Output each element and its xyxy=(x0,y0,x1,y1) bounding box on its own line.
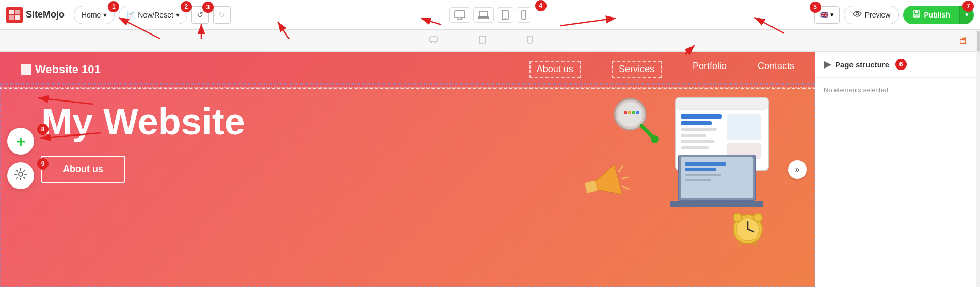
annotation-6: 6 xyxy=(895,59,907,70)
chevron-right-icon: » xyxy=(795,165,800,174)
svg-rect-27 xyxy=(628,111,631,114)
svg-rect-9 xyxy=(478,17,489,19)
hero-cta-label: About us xyxy=(63,164,103,174)
new-reset-icon: 📄 xyxy=(126,11,135,19)
scroll-right-button[interactable]: » xyxy=(788,160,807,179)
nav-link-about[interactable]: About us xyxy=(529,61,581,78)
svg-rect-21 xyxy=(479,36,486,43)
undo-button[interactable]: ↺ 3 xyxy=(191,6,209,24)
publish-button[interactable]: Publish xyxy=(903,6,959,24)
publish-chevron-icon: ▾ xyxy=(965,11,969,19)
svg-rect-4 xyxy=(455,11,465,18)
svg-rect-50 xyxy=(685,168,716,171)
svg-rect-26 xyxy=(624,111,627,114)
laptop-icon xyxy=(670,155,763,211)
hero-cta-button[interactable]: About us xyxy=(41,156,125,183)
page-selector-button[interactable]: Home ▾ 1 xyxy=(74,6,115,24)
tablet-device-btn[interactable] xyxy=(497,7,513,23)
nav-link-contacts[interactable]: Contacts xyxy=(758,61,794,78)
svg-point-11 xyxy=(505,18,506,19)
panel-header: ▶ Page structure 6 xyxy=(815,52,980,78)
hero-illustration xyxy=(577,93,774,247)
svg-rect-17 xyxy=(914,14,919,16)
svg-rect-49 xyxy=(685,162,726,166)
undo-icon: ↺ xyxy=(197,10,203,20)
app-name: SiteMojo xyxy=(26,9,65,20)
panel-scrollbar[interactable] xyxy=(976,52,980,287)
settings-button[interactable]: 9 xyxy=(7,162,34,189)
device-selector-group: 4 xyxy=(449,7,531,23)
language-chevron: ▾ xyxy=(830,11,834,19)
svg-rect-39 xyxy=(681,146,709,149)
toolbar: SiteMojo Home ▾ 1 📄 New/Reset ▾ 2 ↺ 3 ↻ xyxy=(0,0,980,30)
publish-save-icon xyxy=(912,10,921,20)
svg-rect-40 xyxy=(727,114,761,140)
svg-point-23 xyxy=(19,172,23,176)
svg-rect-34 xyxy=(681,114,722,119)
annotation-4: 4 xyxy=(535,0,547,11)
svg-rect-51 xyxy=(685,174,721,176)
svg-point-58 xyxy=(733,213,742,222)
new-reset-button[interactable]: 📄 New/Reset ▾ 2 xyxy=(119,6,187,24)
publish-dropdown-button[interactable]: ▾ xyxy=(959,6,974,24)
alarm-clock-icon xyxy=(727,206,768,247)
svg-point-31 xyxy=(651,135,659,143)
site-logo-text: Website 101 xyxy=(35,63,101,76)
laptop-device-btn[interactable] xyxy=(473,7,494,23)
site-logo: Website 101 xyxy=(21,63,101,76)
nav-link-services[interactable]: Services xyxy=(612,61,662,78)
svg-rect-36 xyxy=(681,128,717,131)
gear-icon xyxy=(14,167,27,184)
svg-point-13 xyxy=(523,17,524,18)
svg-rect-22 xyxy=(528,36,532,43)
panel-title: Page structure xyxy=(835,60,889,69)
viewport-markers xyxy=(8,36,953,45)
new-reset-label: New/Reset xyxy=(138,11,173,19)
site-nav-links: About us Services Portfolio Contacts xyxy=(529,61,794,78)
svg-rect-28 xyxy=(632,111,635,114)
sub-toolbar: 🖥 xyxy=(0,30,980,52)
app-logo-icon xyxy=(6,7,23,23)
add-block-button[interactable]: + 8 xyxy=(7,128,34,155)
viewport-marker-1 xyxy=(429,36,438,45)
svg-rect-0 xyxy=(9,10,14,14)
svg-line-61 xyxy=(754,242,756,245)
new-reset-chevron: ▾ xyxy=(176,11,180,19)
svg-line-44 xyxy=(618,166,624,171)
annotation-5: 5 xyxy=(810,2,821,13)
svg-rect-35 xyxy=(681,121,712,125)
language-button[interactable]: 🇬🇧 ▾ 5 xyxy=(814,6,840,24)
svg-rect-8 xyxy=(479,11,488,17)
nav-link-portfolio[interactable]: Portfolio xyxy=(693,61,727,78)
no-selection-message: No elements selected. xyxy=(824,86,890,94)
site-nav: Website 101 About us Services Portfolio … xyxy=(0,52,815,88)
active-device-icon: 🖥 xyxy=(957,35,968,46)
logo-area: SiteMojo xyxy=(6,7,65,23)
annotation-1: 1 xyxy=(108,1,119,12)
preview-label: Preview xyxy=(865,11,891,19)
canvas-area[interactable]: Website 101 About us Services Portfolio … xyxy=(0,52,815,287)
svg-rect-37 xyxy=(681,134,706,137)
svg-rect-18 xyxy=(430,37,437,42)
desktop-device-btn[interactable] xyxy=(449,7,470,23)
main-area: Website 101 About us Services Portfolio … xyxy=(0,52,980,287)
annotation-3: 3 xyxy=(202,2,214,13)
annotation-2: 2 xyxy=(181,1,192,12)
site-preview: Website 101 About us Services Portfolio … xyxy=(0,52,815,287)
page-selector-label: Home xyxy=(82,11,101,19)
svg-line-45 xyxy=(622,177,629,178)
page-selector-chevron: ▾ xyxy=(103,11,107,19)
magnifier-icon xyxy=(608,93,660,144)
preview-eye-icon xyxy=(853,10,862,19)
svg-rect-3 xyxy=(15,15,20,20)
preview-button[interactable]: Preview xyxy=(844,6,899,24)
svg-line-60 xyxy=(740,242,742,245)
publish-label: Publish xyxy=(924,11,950,19)
svg-point-59 xyxy=(754,213,762,222)
add-block-plus-icon: + xyxy=(16,133,26,149)
mobile-device-btn[interactable] xyxy=(517,7,531,23)
redo-button[interactable]: ↻ xyxy=(213,6,231,24)
panel-toggle-icon[interactable]: ▶ xyxy=(824,59,831,70)
language-flag: 🇬🇧 xyxy=(820,11,828,19)
site-logo-square xyxy=(21,64,31,75)
